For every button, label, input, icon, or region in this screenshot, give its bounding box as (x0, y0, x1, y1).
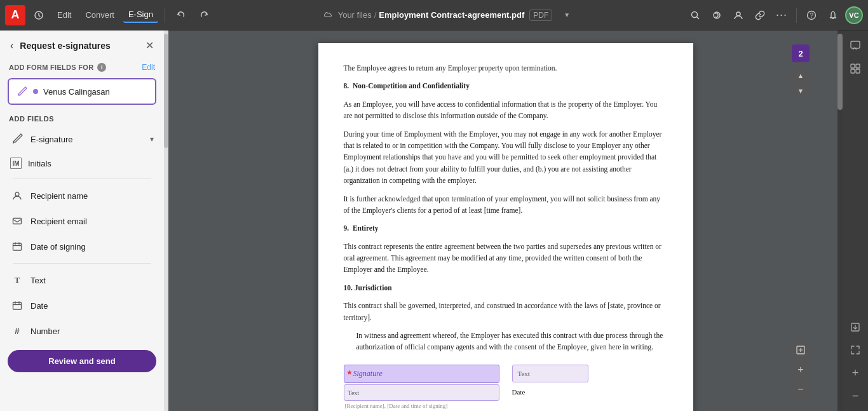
sidebar-back-btn[interactable]: ‹ (9, 39, 15, 53)
pdf-viewer: 2 ▲ ▼ + − The Employee agrees to return … (168, 30, 843, 411)
sidebar-header-left: ‹ Request e-signatures (9, 39, 111, 53)
field-date-of-signing-label: Date of signing (31, 242, 154, 252)
text-field-icon: T (10, 273, 24, 287)
svg-text:?: ? (810, 12, 814, 19)
zoom-controls: + − (792, 341, 810, 398)
number-icon: # (10, 324, 24, 338)
field-initials-label: Initials (28, 159, 154, 168)
svg-point-3 (736, 12, 740, 16)
field-item-date-of-signing[interactable]: Date of signing (6, 234, 158, 259)
review-send-btn[interactable]: Review and send (8, 350, 156, 372)
zoom-out-btn[interactable]: − (792, 381, 810, 398)
audio-btn[interactable] (707, 6, 726, 25)
page-down-btn[interactable]: ▼ (792, 84, 810, 98)
divider-1 (13, 179, 151, 179)
pdf-page: The Employee agrees to return any Employ… (318, 43, 693, 411)
signature-area: ★ Signature Text [Recipient name], [Date… (344, 365, 668, 411)
right-panel: + − (843, 30, 868, 411)
user-avatar[interactable]: VC (845, 6, 863, 24)
field-item-recipient-name[interactable]: Recipient name (6, 183, 158, 208)
date-icon (10, 299, 24, 313)
path-separator: / (374, 10, 377, 20)
field-item-initials[interactable]: IM Initials (6, 152, 158, 175)
more-btn[interactable]: ··· (772, 6, 791, 25)
edit-btn[interactable]: Edit (142, 63, 155, 72)
field-item-text[interactable]: T Text (6, 267, 158, 293)
pdf-para-3: During your time of Employment with the … (344, 128, 668, 187)
field-item-recipient-email[interactable]: Recipient email (6, 208, 158, 234)
add-fields-section-label: ADD FIELDS (0, 109, 164, 126)
page-up-btn[interactable]: ▲ (792, 69, 810, 83)
sidebar: ‹ Request e-signatures ✕ ADD FORM FIELDS… (0, 30, 168, 411)
employee-sig-star: ★ (346, 367, 353, 379)
esignature-expand-btn[interactable]: ▾ (150, 135, 154, 144)
sidebar-scrollbar[interactable] (164, 30, 168, 411)
pdf-para-4: It is further acknowledged that upon ter… (344, 193, 668, 217)
employee-date-field[interactable]: Text (512, 365, 588, 383)
account-btn[interactable] (729, 6, 748, 25)
info-icon: i (97, 63, 106, 72)
export-btn[interactable] (845, 317, 865, 337)
svg-rect-14 (851, 69, 855, 73)
pdf-heading-10: 10. Jurisdiction (344, 282, 668, 293)
field-text-label: Text (31, 276, 154, 285)
svg-rect-12 (851, 64, 855, 68)
svg-rect-7 (13, 219, 22, 224)
pdf-content: The Employee agrees to return any Employ… (344, 62, 668, 411)
search-btn[interactable] (686, 6, 705, 25)
employee-sig-subtext: [Recipient name], [Date and time of sign… (344, 401, 499, 411)
employee-date-text: Text (518, 370, 530, 377)
file-name: Employment Contract-agreement.pdf (379, 10, 524, 20)
comment-panel-btn[interactable] (845, 36, 865, 56)
cloud-icon (323, 10, 333, 20)
sidebar-scroll-thumb (164, 34, 168, 148)
main-area: ‹ Request e-signatures ✕ ADD FORM FIELDS… (0, 30, 868, 411)
initials-icon: IM (10, 158, 22, 169)
dropdown-btn[interactable]: ▼ (557, 6, 576, 25)
svg-rect-8 (13, 243, 22, 250)
employee-sig-purple-field[interactable]: ★ Signature (344, 365, 499, 383)
pdf-scrollbar[interactable] (837, 30, 843, 411)
field-item-number[interactable]: # Number (6, 318, 158, 344)
zoom-out-right-btn[interactable]: − (845, 386, 865, 406)
redo-btn[interactable] (194, 6, 214, 25)
field-item-date[interactable]: Date (6, 293, 158, 318)
edit-menu-btn[interactable]: Edit (52, 8, 76, 22)
fit-page-btn[interactable] (792, 341, 810, 359)
recipient-email-icon (10, 214, 24, 228)
convert-menu-btn[interactable]: Convert (80, 8, 119, 22)
pdf-type-badge: PDF (529, 10, 552, 21)
add-form-fields-text: ADD FORM FIELDS FOR (9, 64, 93, 71)
files-link[interactable]: Your files (338, 10, 372, 20)
grid-view-btn[interactable] (845, 58, 865, 79)
zoom-in-btn[interactable]: + (792, 361, 810, 379)
field-item-esignature[interactable]: E-signature ▾ (6, 126, 158, 152)
undo-btn[interactable] (172, 6, 191, 25)
app-logo[interactable]: A (5, 5, 25, 25)
recipient-card[interactable]: Venus Calingasan (8, 78, 156, 105)
employee-sig-text-field[interactable]: Text (344, 384, 499, 401)
notifications-btn[interactable] (824, 6, 843, 25)
toolbar: A Edit Convert E-Sign Your files / Emplo… (0, 0, 868, 30)
zoom-fit-btn[interactable] (845, 340, 865, 360)
pen-icon (17, 86, 28, 97)
field-number-label: Number (31, 327, 154, 336)
sidebar-title: Request e-signatures (20, 41, 110, 51)
link-btn[interactable] (750, 6, 770, 25)
sidebar-close-btn[interactable]: ✕ (144, 38, 155, 53)
add-form-fields-label: ADD FORM FIELDS FOR i Edit (0, 58, 164, 74)
svg-rect-15 (856, 69, 860, 73)
recent-files-btn[interactable] (29, 6, 48, 25)
pdf-para-7: In witness and agreement whereof, the Em… (344, 330, 668, 353)
pdf-para-1: The Employee agrees to return any Employ… (344, 62, 668, 74)
employee-sig-text-value: Text (348, 389, 360, 396)
employee-sig-field-wrapper: ★ Signature Text [Recipient name], [Date… (344, 365, 499, 411)
help-btn[interactable]: ? (802, 6, 821, 25)
pdf-para-2: As an Employee, you will have access to … (344, 98, 668, 122)
esign-menu-btn[interactable]: E-Sign (123, 7, 158, 23)
pdf-heading-8: 8. Non-Competition and Confidentiality (344, 80, 668, 91)
page-nav: ▲ ▼ (792, 69, 810, 98)
field-esignature-label: E-signature (31, 135, 144, 144)
zoom-in-right-btn[interactable]: + (845, 363, 865, 383)
page-number: 2 (798, 49, 803, 58)
